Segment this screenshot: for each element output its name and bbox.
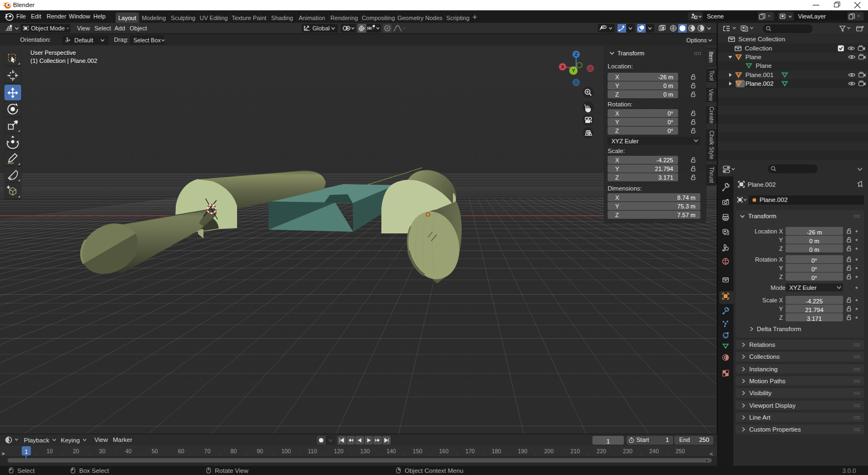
svg-text:Y: Y [572,68,575,73]
svg-text:Z: Z [575,52,577,57]
svg-text:X: X [561,64,564,69]
